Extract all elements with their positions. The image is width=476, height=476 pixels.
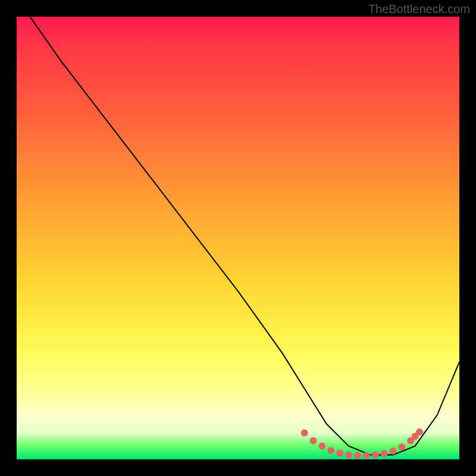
watermark-text: TheBottleneck.com xyxy=(368,2,470,16)
marker-dot xyxy=(336,450,343,457)
chart-svg xyxy=(17,17,459,459)
marker-dot xyxy=(398,443,405,450)
marker-dot xyxy=(372,452,379,459)
marker-dot xyxy=(301,429,308,436)
marker-dot xyxy=(381,450,388,457)
plot-area xyxy=(17,17,459,459)
marker-dot xyxy=(363,452,370,459)
marker-dot xyxy=(327,447,334,454)
bottleneck-curve xyxy=(30,17,459,455)
marker-dot xyxy=(318,443,325,450)
marker-dot xyxy=(345,452,352,459)
marker-dot xyxy=(389,447,396,455)
optimal-range-markers xyxy=(301,428,423,459)
marker-dot xyxy=(354,452,361,459)
marker-dot xyxy=(416,428,423,436)
marker-dot xyxy=(310,437,317,444)
